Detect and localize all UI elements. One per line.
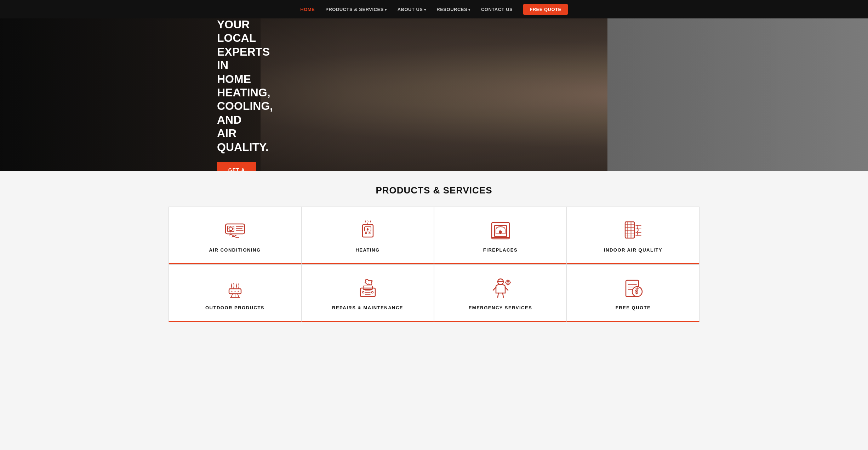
product-label-repairs: REPAIRS & MAINTENANCE <box>332 305 403 310</box>
hero-cta-button[interactable]: GET A FREE QUOTE » <box>217 162 256 171</box>
product-label-heating: HEATING <box>355 247 379 253</box>
svg-line-57 <box>503 293 503 297</box>
svg-point-36 <box>231 291 232 292</box>
product-card-outdoor[interactable]: OUTDOOR PRODUCTS <box>169 264 301 322</box>
product-card-ac[interactable]: AIR CONDITIONING <box>169 207 301 264</box>
nav-resources[interactable]: RESOURCES <box>436 7 470 12</box>
nav-free-quote-button[interactable]: FREE QUOTE <box>523 4 568 15</box>
product-label-emergency: EMERGENCY SERVICES <box>469 305 532 310</box>
svg-point-13 <box>369 232 370 234</box>
product-label-ac: AIR CONDITIONING <box>209 247 261 253</box>
svg-text:$: $ <box>635 289 638 295</box>
svg-line-56 <box>498 293 498 297</box>
quote-icon: $ <box>621 275 646 300</box>
nav-contact-us[interactable]: CONTACT US <box>481 7 513 12</box>
svg-point-2 <box>229 227 233 231</box>
products-section: PRODUCTS & SERVICES <box>0 171 868 329</box>
product-card-free-quote[interactable]: $ FREE QUOTE <box>567 264 699 322</box>
svg-point-50 <box>506 280 510 285</box>
product-label-outdoor: OUTDOOR PRODUCTS <box>205 305 264 310</box>
svg-point-38 <box>238 291 239 292</box>
fireplace-icon <box>488 218 513 242</box>
outdoor-icon <box>223 275 247 300</box>
hero-title: YOUR LOCAL EXPERTS IN HOME HEATING, COOL… <box>217 18 248 154</box>
product-label-fireplaces: FIREPLACES <box>483 247 518 253</box>
heating-icon <box>355 218 380 242</box>
air-quality-icon <box>621 218 646 242</box>
nav-products-services[interactable]: PRODUCTS & SERVICES <box>325 7 387 12</box>
svg-line-32 <box>231 294 233 297</box>
product-card-emergency[interactable]: EMERGENCY SERVICES <box>434 264 567 322</box>
svg-point-37 <box>234 291 235 292</box>
emergency-icon <box>488 275 513 300</box>
products-grid: AIR CONDITIONING HEATING <box>169 207 699 322</box>
hero-content: CAMPEAUHEATING Total Home Comfort YOUR L… <box>0 18 248 171</box>
svg-point-12 <box>365 232 367 234</box>
product-label-free-quote: FREE QUOTE <box>616 305 651 310</box>
product-card-air-quality[interactable]: INDOOR AIR QUALITY <box>567 207 699 264</box>
svg-point-51 <box>507 282 509 283</box>
product-card-fireplaces[interactable]: FIREPLACES <box>434 207 567 264</box>
products-section-title: PRODUCTS & SERVICES <box>7 185 861 196</box>
product-card-repairs[interactable]: REPAIRS & MAINTENANCE <box>301 264 434 322</box>
svg-rect-18 <box>625 222 634 238</box>
product-card-heating[interactable]: HEATING <box>301 207 434 264</box>
hero-section: CAMPEAUHEATING Total Home Comfort YOUR L… <box>0 18 868 171</box>
svg-point-41 <box>362 292 364 293</box>
svg-point-42 <box>371 292 373 293</box>
main-nav: HOME PRODUCTS & SERVICES ABOUT US RESOUR… <box>0 0 868 18</box>
nav-home[interactable]: HOME <box>300 7 315 12</box>
ac-icon <box>223 218 247 242</box>
product-label-air-quality: INDOOR AIR QUALITY <box>604 247 662 253</box>
svg-line-33 <box>238 294 239 297</box>
nav-about-us[interactable]: ABOUT US <box>398 7 426 12</box>
repairs-icon <box>355 275 380 300</box>
